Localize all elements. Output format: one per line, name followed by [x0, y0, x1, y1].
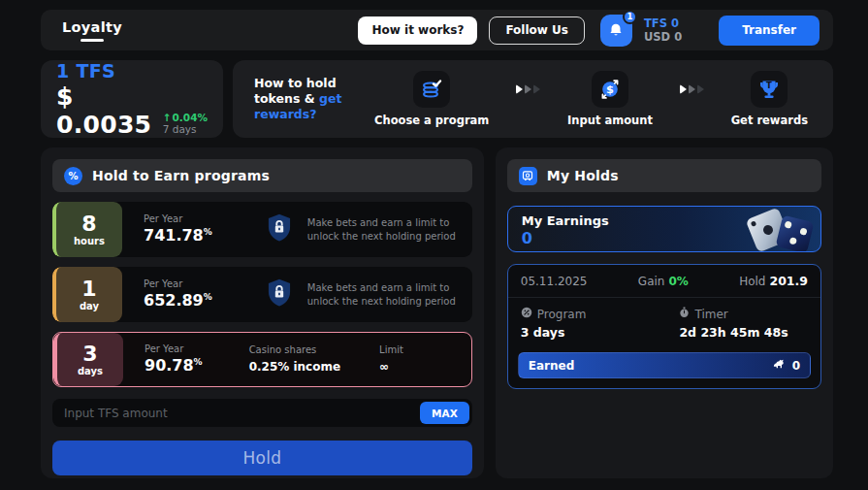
- notification-badge: 1: [623, 10, 637, 24]
- program-percent-icon: [521, 307, 532, 323]
- step-choose-program: Choose a program: [374, 71, 489, 127]
- follow-us-button[interactable]: Follow Us: [489, 16, 585, 45]
- per-year-label: Per Year: [144, 213, 212, 226]
- main-content: % Hold to Earn programs 8 hours Per Year…: [41, 147, 833, 478]
- locked-description: Make bets and earn a limit to unlock the…: [307, 281, 472, 308]
- timer-icon: [679, 307, 690, 323]
- active-tab-indicator: [80, 39, 104, 42]
- percent-circle-icon: %: [64, 167, 82, 185]
- tfs-balance: TFS 0: [644, 16, 682, 30]
- casino-shares-label: Casino shares: [249, 344, 340, 357]
- step-arrow-icon: [516, 84, 540, 94]
- step-input-amount: $ Input amount: [567, 71, 653, 127]
- duration-value: 1: [81, 278, 96, 300]
- svg-text:T: T: [766, 81, 772, 90]
- wallet-balances[interactable]: TFS 0 USD 0: [644, 16, 682, 45]
- onboarding-card: How to hold tokens & get rewards? Choose…: [233, 60, 833, 138]
- per-year-label: Per Year: [144, 278, 212, 291]
- hold-entry-details: Program 3 days Timer 2d 23h 45m 48s: [508, 298, 820, 344]
- timer-value: 2d 23h 45m 48s: [679, 324, 788, 342]
- program-label: Program: [537, 307, 587, 323]
- step-label: Get rewards: [731, 114, 808, 127]
- gain-value: 0%: [668, 275, 688, 288]
- onboarding-steps: Choose a program $ Input amount: [351, 71, 808, 127]
- token-name: 1 TFS: [56, 60, 208, 82]
- my-holds-header: My Holds: [507, 159, 821, 192]
- hold-entry-summary: 05.11.2025 Gain0% Hold201.9: [508, 265, 820, 298]
- duration-unit: day: [80, 302, 99, 311]
- tab-loyalty[interactable]: Loyalty: [62, 19, 122, 42]
- duration-value: 8: [81, 213, 96, 235]
- program-row-1-day[interactable]: 1 day Per Year 652.89% Make bets and ear…: [52, 267, 472, 322]
- percent-sign: %: [204, 292, 212, 302]
- tab-loyalty-label: Loyalty: [62, 19, 122, 35]
- duration-unit: days: [78, 367, 103, 376]
- usd-balance: USD 0: [644, 30, 682, 44]
- dollar-exchange-icon: $: [592, 71, 628, 108]
- earned-value: 0: [792, 359, 800, 373]
- percent-sign: %: [204, 227, 212, 237]
- locked-description: Make bets and earn a limit to unlock the…: [307, 216, 472, 243]
- token-price: $ 0.0035: [56, 82, 155, 139]
- limit-label: Limit: [379, 344, 403, 357]
- step-label: Choose a program: [374, 114, 489, 127]
- hold-to-earn-title: Hold to Earn programs: [92, 168, 270, 183]
- onboarding-title: How to hold tokens & get rewards?: [254, 76, 351, 123]
- per-year-label: Per Year: [145, 343, 203, 356]
- transfer-button[interactable]: Transfer: [719, 16, 820, 46]
- top-nav: Loyalty How it works? Follow Us 1 TFS 0 …: [41, 10, 833, 50]
- loyalty-page: Loyalty How it works? Follow Us 1 TFS 0 …: [0, 0, 868, 478]
- safe-icon: [519, 167, 537, 185]
- trophy-icon: T: [751, 71, 788, 108]
- duration-badge: 1 day: [52, 267, 122, 322]
- duration-badge: 3 days: [53, 333, 123, 386]
- apy-value: 90.78: [145, 356, 194, 375]
- my-holds-title: My Holds: [547, 168, 619, 183]
- token-price-card: 1 TFS $ 0.0035 0.04% 7 days: [41, 60, 223, 138]
- my-holds-panel: My Holds My Earnings 0: [496, 147, 833, 478]
- hold-amount-label: Hold: [739, 275, 765, 288]
- lion-token-icon: [772, 358, 787, 374]
- step-get-rewards: T Get rewards: [731, 71, 808, 127]
- apy-value: 741.78: [144, 226, 204, 245]
- notifications-button[interactable]: 1: [600, 15, 632, 47]
- stats-row: 1 TFS $ 0.0035 0.04% 7 days How to hold …: [41, 60, 833, 138]
- percent-sign: %: [194, 357, 203, 367]
- price-period: 7 days: [163, 123, 208, 135]
- duration-value: 3: [82, 343, 97, 365]
- hold-amount-value: 201.9: [769, 274, 808, 288]
- dice-image: [735, 207, 819, 252]
- casino-shares-value: 0.25% income: [249, 360, 340, 375]
- lock-shield-icon: [265, 212, 294, 246]
- top-nav-actions: How it works? Follow Us 1 TFS 0 USD 0 Tr…: [358, 15, 820, 47]
- svg-text:$: $: [606, 82, 614, 96]
- gain-label: Gain: [638, 275, 665, 288]
- hold-date: 05.11.2025: [521, 275, 588, 288]
- apy-value: 652.89: [144, 291, 204, 310]
- tfs-amount-input[interactable]: [52, 407, 420, 420]
- how-it-works-button[interactable]: How it works?: [358, 16, 477, 45]
- amount-input-row: MAX: [52, 399, 472, 427]
- step-arrow-icon: [680, 84, 704, 94]
- hold-to-earn-header: % Hold to Earn programs: [52, 159, 472, 192]
- step-label: Input amount: [567, 114, 653, 127]
- program-row-8-hours[interactable]: 8 hours Per Year 741.78% Make bets and e…: [52, 202, 472, 257]
- coins-check-icon: [413, 71, 450, 108]
- timer-label: Timer: [694, 307, 727, 323]
- duration-badge: 8 hours: [52, 202, 122, 257]
- hold-button[interactable]: Hold: [52, 441, 472, 475]
- duration-unit: hours: [74, 237, 105, 246]
- program-row-3-days-selected[interactable]: 3 days Per Year 90.78% Casino shares 0.2…: [52, 332, 472, 387]
- limit-value: ∞: [379, 360, 403, 375]
- earned-label: Earned: [529, 359, 574, 373]
- earned-bar: Earned 0: [518, 352, 811, 378]
- lock-shield-icon: [265, 278, 294, 311]
- hold-entry-card[interactable]: 05.11.2025 Gain0% Hold201.9 P: [507, 264, 821, 389]
- my-earnings-card: My Earnings 0: [507, 206, 821, 252]
- max-button[interactable]: MAX: [420, 402, 469, 424]
- hold-to-earn-panel: % Hold to Earn programs 8 hours Per Year…: [41, 147, 484, 478]
- program-value: 3 days: [521, 324, 587, 342]
- price-change: 0.04%: [163, 112, 208, 123]
